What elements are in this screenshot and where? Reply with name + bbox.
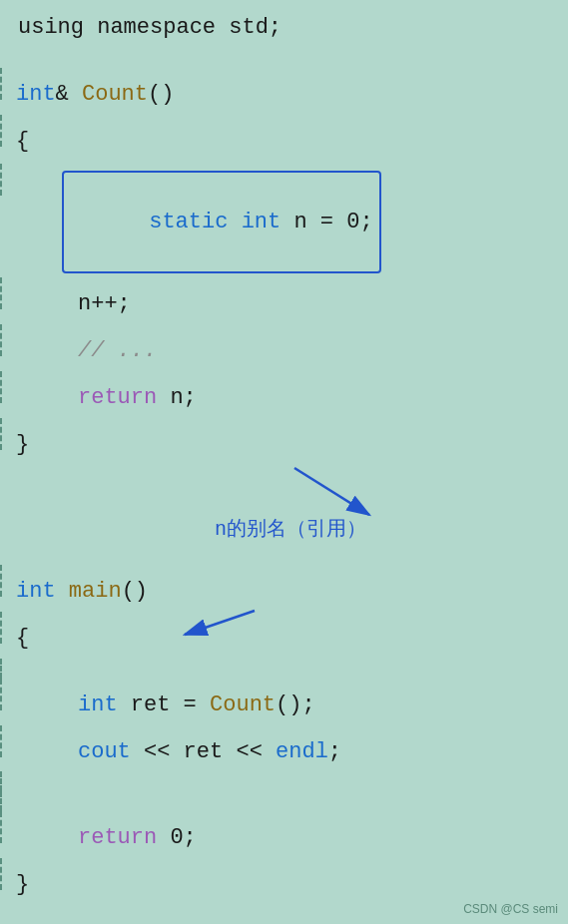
code-line-3: int& Count() (0, 66, 568, 113)
code-line-19: } (0, 856, 568, 903)
annotation-area: n的别名（引用） (0, 463, 568, 553)
code-line-12: { (0, 610, 568, 657)
highlighted-code: static int n = 0; (62, 171, 381, 274)
code-line-13 (0, 657, 568, 677)
code-line-15: cout << ret << endl; (0, 723, 568, 770)
code-line-14: int ret = Count(); (0, 677, 568, 723)
annotation-text: n的别名（引用） (215, 515, 366, 542)
code-line-9: } (0, 416, 568, 463)
annotation-area-2 (0, 553, 568, 563)
keyword-int: int (16, 79, 56, 111)
code-line-11: int main() (0, 563, 568, 610)
code-line-17 (0, 789, 568, 809)
code-line-16 (0, 769, 568, 789)
code-line-7: // ... (0, 322, 568, 369)
code-text: using namespace std; (18, 12, 282, 44)
code-container: using namespace std; int& Count() { stat… (0, 0, 568, 924)
code-line-1: using namespace std; (0, 10, 568, 46)
svg-line-1 (294, 468, 369, 515)
code-line-2 (0, 46, 568, 66)
code-line-5: static int n = 0; (0, 162, 568, 276)
watermark: CSDN @CS semi (463, 902, 558, 916)
code-line-8: return n; (0, 369, 568, 416)
code-line-6: n++; (0, 275, 568, 322)
code-line-4: { (0, 113, 568, 160)
code-line-18: return 0; (0, 809, 568, 856)
